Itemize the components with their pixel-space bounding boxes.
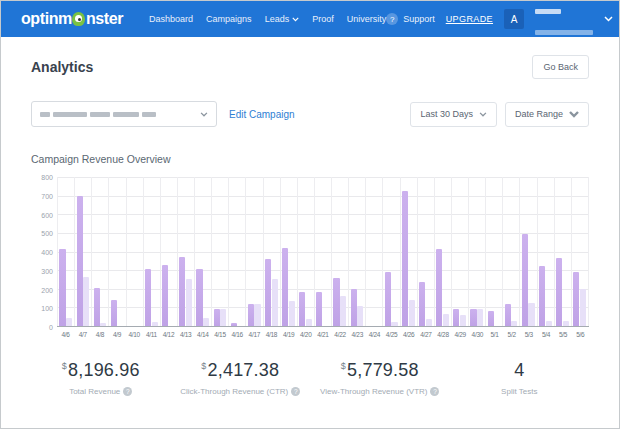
bar-secondary[interactable] bbox=[254, 304, 260, 326]
bar-secondary[interactable] bbox=[220, 309, 226, 326]
bar-primary[interactable] bbox=[556, 258, 562, 326]
bar-secondary[interactable] bbox=[477, 309, 483, 326]
bar-primary[interactable] bbox=[111, 300, 117, 326]
bar-primary[interactable] bbox=[573, 272, 579, 326]
x-tick-label: 5/2 bbox=[503, 331, 520, 338]
bar-primary[interactable] bbox=[94, 288, 100, 326]
support-link[interactable]: ? Support bbox=[386, 13, 435, 25]
bar-group bbox=[314, 177, 331, 326]
bar-secondary[interactable] bbox=[580, 289, 586, 326]
period-dropdown-button[interactable]: Last 30 Days bbox=[410, 102, 497, 127]
help-icon[interactable]: ? bbox=[123, 387, 132, 396]
optinmonster-logo[interactable]: optinmnster bbox=[21, 10, 123, 28]
bar-group bbox=[348, 177, 365, 326]
redacted-user-email bbox=[535, 30, 593, 35]
bar-secondary[interactable] bbox=[66, 318, 72, 326]
bar-primary[interactable] bbox=[179, 257, 185, 326]
bar-primary[interactable] bbox=[145, 269, 151, 326]
bar-secondary[interactable] bbox=[186, 279, 192, 326]
chart-title: Campaign Revenue Overview bbox=[31, 153, 589, 165]
nav-item-proof[interactable]: Proof bbox=[312, 14, 334, 24]
bar-primary[interactable] bbox=[248, 304, 254, 326]
nav-item-dashboard[interactable]: Dashboard bbox=[149, 14, 193, 24]
bar-primary[interactable] bbox=[436, 249, 442, 326]
y-tick-label: 100 bbox=[41, 305, 53, 312]
bar-secondary[interactable] bbox=[460, 315, 466, 326]
bar-primary[interactable] bbox=[214, 309, 220, 326]
bar-secondary[interactable] bbox=[426, 319, 432, 326]
bar-secondary[interactable] bbox=[152, 322, 158, 326]
x-tick-label: 4/23 bbox=[349, 331, 366, 338]
upgrade-link[interactable]: UPGRADE bbox=[446, 14, 493, 24]
bar-primary[interactable] bbox=[231, 323, 237, 326]
date-range-dropdown-button[interactable]: Date Range bbox=[505, 102, 589, 127]
bar-primary[interactable] bbox=[299, 292, 305, 326]
bar-group bbox=[502, 177, 519, 326]
bar-primary[interactable] bbox=[59, 249, 65, 326]
bar-primary[interactable] bbox=[505, 304, 511, 326]
x-tick-label: 4/10 bbox=[126, 331, 143, 338]
bar-secondary[interactable] bbox=[546, 321, 552, 326]
bar-primary[interactable] bbox=[162, 265, 168, 326]
y-tick-label: 200 bbox=[41, 286, 53, 293]
bar-primary[interactable] bbox=[402, 191, 408, 326]
bar-primary[interactable] bbox=[196, 269, 202, 326]
bar-secondary[interactable] bbox=[83, 277, 89, 326]
bar-group bbox=[280, 177, 297, 326]
nav-item-university[interactable]: University bbox=[347, 14, 387, 24]
bar-primary[interactable] bbox=[539, 266, 545, 326]
bar-secondary[interactable] bbox=[409, 300, 415, 326]
account-menu-chevron-icon[interactable] bbox=[604, 16, 613, 22]
bar-primary[interactable] bbox=[453, 309, 459, 326]
bar-primary[interactable] bbox=[77, 196, 83, 326]
bar-group bbox=[245, 177, 262, 326]
bar-primary[interactable] bbox=[333, 278, 339, 326]
page-head: Analytics Go Back bbox=[31, 55, 589, 79]
edit-campaign-link[interactable]: Edit Campaign bbox=[229, 109, 295, 120]
bar-primary[interactable] bbox=[385, 272, 391, 326]
bar-group bbox=[263, 177, 280, 326]
y-tick-label: 400 bbox=[41, 249, 53, 256]
bar-primary[interactable] bbox=[488, 311, 494, 326]
bar-primary[interactable] bbox=[282, 248, 288, 326]
account-avatar[interactable]: A bbox=[504, 9, 524, 29]
x-tick-label: 4/17 bbox=[246, 331, 263, 338]
nav-item-leads[interactable]: Leads bbox=[265, 14, 300, 24]
bar-secondary[interactable] bbox=[528, 303, 534, 326]
bar-secondary[interactable] bbox=[272, 279, 278, 326]
stat-value: 4 bbox=[450, 360, 590, 381]
stat-value: $5,779.58 bbox=[310, 360, 450, 381]
bar-primary[interactable] bbox=[470, 309, 476, 326]
bar-group bbox=[74, 177, 91, 326]
stat-total-revenue: $8,196.96Total Revenue? bbox=[31, 360, 171, 396]
logo-text-suffix: nster bbox=[86, 10, 123, 28]
bar-group bbox=[57, 177, 74, 326]
bar-secondary[interactable] bbox=[289, 301, 295, 326]
help-icon[interactable]: ? bbox=[430, 387, 439, 396]
bar-secondary[interactable] bbox=[563, 321, 569, 326]
bar-group bbox=[126, 177, 143, 326]
x-tick-label: 5/6 bbox=[572, 331, 589, 338]
x-tick-label: 4/18 bbox=[263, 331, 280, 338]
bar-secondary[interactable] bbox=[100, 323, 106, 326]
bar-primary[interactable] bbox=[351, 289, 357, 326]
x-tick-label: 4/13 bbox=[177, 331, 194, 338]
bar-secondary[interactable] bbox=[203, 318, 209, 326]
bar-primary[interactable] bbox=[419, 282, 425, 326]
bar-secondary[interactable] bbox=[357, 306, 363, 326]
bar-primary[interactable] bbox=[316, 292, 322, 326]
bar-secondary[interactable] bbox=[340, 296, 346, 326]
nav-item-campaigns[interactable]: Campaigns bbox=[206, 14, 252, 24]
bar-primary[interactable] bbox=[265, 259, 271, 326]
bar-secondary[interactable] bbox=[511, 321, 517, 326]
nav-item-label: Campaigns bbox=[206, 14, 252, 24]
bar-group bbox=[519, 177, 536, 326]
campaign-select[interactable] bbox=[31, 101, 217, 127]
go-back-button[interactable]: Go Back bbox=[532, 55, 589, 79]
bar-secondary[interactable] bbox=[306, 319, 312, 326]
help-icon[interactable]: ? bbox=[291, 387, 300, 396]
bar-secondary[interactable] bbox=[391, 322, 397, 326]
x-tick-label: 4/28 bbox=[434, 331, 451, 338]
bar-primary[interactable] bbox=[522, 234, 528, 326]
bar-secondary[interactable] bbox=[443, 314, 449, 326]
